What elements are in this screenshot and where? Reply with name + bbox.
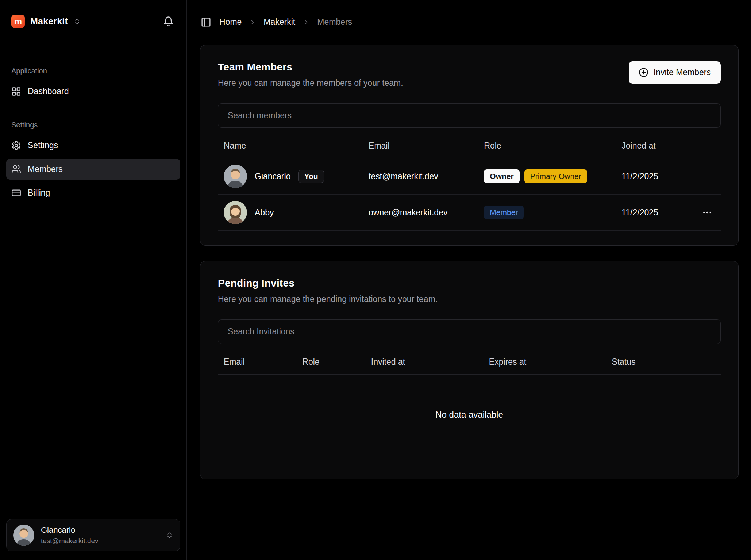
pending-invites-subtitle: Here you can manage the pending invitati… (218, 294, 438, 304)
sidebar-toggle-button[interactable] (200, 16, 212, 28)
member-joined-date: 11/2/2025 (621, 172, 658, 181)
invite-members-label: Invite Members (654, 68, 711, 77)
breadcrumb: Home Makerkit Members (200, 16, 739, 28)
main-content: Home Makerkit Members Team Members Here … (187, 0, 751, 560)
column-header-expires-at: Expires at (489, 357, 612, 367)
primary-owner-badge: Primary Owner (524, 169, 587, 183)
gear-icon (11, 141, 21, 150)
member-email: test@makerkit.dev (369, 172, 484, 181)
sidebar-item-dashboard[interactable]: Dashboard (6, 81, 180, 102)
you-badge: You (298, 170, 324, 183)
members-search-input[interactable] (218, 103, 721, 128)
user-menu[interactable]: Giancarlo test@makerkit.dev (6, 519, 180, 551)
brand-row: m Makerkit (6, 15, 180, 28)
members-table: Name Email Role Joined at Giancarlo You … (218, 134, 721, 231)
sidebar-item-billing[interactable]: Billing (6, 183, 180, 203)
avatar (224, 201, 247, 224)
pending-invites-title: Pending Invites (218, 277, 438, 289)
bell-icon (163, 16, 174, 27)
member-name-cell: Abby (224, 201, 369, 224)
sidebar-item-settings[interactable]: Settings (6, 135, 180, 156)
empty-state-text: No data available (218, 375, 721, 464)
notifications-button[interactable] (162, 15, 175, 28)
team-members-title: Team Members (218, 61, 403, 73)
sidebar-item-label: Members (28, 164, 63, 174)
chevron-right-icon (303, 19, 310, 26)
breadcrumb-home[interactable]: Home (219, 17, 242, 27)
breadcrumb-members: Members (317, 17, 352, 27)
section-label-settings: Settings (6, 121, 180, 129)
team-members-card: Team Members Here you can manage the mem… (200, 45, 739, 246)
team-members-subtitle: Here you can manage the members of your … (218, 78, 403, 88)
section-label-application: Application (6, 67, 180, 75)
member-email: owner@makerkit.dev (369, 208, 484, 218)
sidebar-item-label: Dashboard (28, 87, 69, 96)
user-meta: Giancarlo test@makerkit.dev (41, 525, 99, 545)
pending-invites-card: Pending Invites Here you can manage the … (200, 261, 739, 479)
member-badge: Member (484, 206, 524, 219)
chevron-right-icon (249, 19, 256, 26)
column-header-status: Status (612, 357, 715, 367)
brand-logo-letter: m (14, 16, 22, 27)
user-email: test@makerkit.dev (41, 537, 99, 545)
user-name: Giancarlo (41, 525, 99, 535)
column-header-email: Email (369, 141, 484, 151)
owner-badge: Owner (484, 169, 519, 183)
users-icon (11, 164, 21, 174)
row-actions-button[interactable] (700, 205, 715, 220)
table-row: Abby owner@makerkit.dev Member 11/2/2025 (218, 195, 721, 231)
breadcrumb-makerkit[interactable]: Makerkit (263, 17, 295, 27)
avatar (224, 165, 247, 188)
column-header-joined: Joined at (621, 141, 715, 151)
brand-name[interactable]: Makerkit (30, 16, 68, 27)
credit-card-icon (11, 188, 21, 198)
column-header-role: Role (302, 357, 371, 367)
members-table-header: Name Email Role Joined at (218, 134, 721, 158)
column-header-email: Email (224, 357, 302, 367)
column-header-role: Role (484, 141, 621, 151)
member-joined-date: 11/2/2025 (621, 208, 658, 218)
ellipsis-icon (702, 207, 713, 218)
member-name: Abby (255, 208, 274, 218)
sidebar: m Makerkit Application Dashboard Setting… (0, 0, 187, 560)
user-avatar (13, 525, 34, 546)
circle-plus-icon (639, 68, 648, 77)
team-members-header: Team Members Here you can manage the mem… (218, 61, 721, 88)
member-name: Giancarlo (255, 172, 290, 181)
chevrons-up-down-icon (166, 532, 173, 539)
sidebar-item-label: Settings (28, 141, 58, 150)
member-role-cell: Member (484, 206, 621, 219)
pending-invites-header: Pending Invites Here you can manage the … (218, 277, 721, 304)
dashboard-icon (11, 87, 21, 96)
column-header-invited-at: Invited at (371, 357, 489, 367)
member-role-cell: Owner Primary Owner (484, 169, 621, 183)
brand-logo[interactable]: m (11, 15, 25, 28)
member-name-cell: Giancarlo You (224, 165, 369, 188)
table-row: Giancarlo You test@makerkit.dev Owner Pr… (218, 158, 721, 195)
nav-application: Dashboard (6, 81, 180, 102)
invite-members-button[interactable]: Invite Members (629, 61, 721, 84)
invitations-search-input[interactable] (218, 319, 721, 344)
column-header-name: Name (224, 141, 369, 151)
chevrons-up-down-icon[interactable] (73, 18, 81, 25)
sidebar-item-members[interactable]: Members (6, 159, 180, 180)
invitations-table-header: Email Role Invited at Expires at Status (218, 350, 721, 375)
panel-left-icon (201, 17, 211, 27)
nav-settings: Settings Members Billing (6, 135, 180, 203)
sidebar-item-label: Billing (28, 188, 50, 198)
invitations-table: Email Role Invited at Expires at Status … (218, 350, 721, 464)
